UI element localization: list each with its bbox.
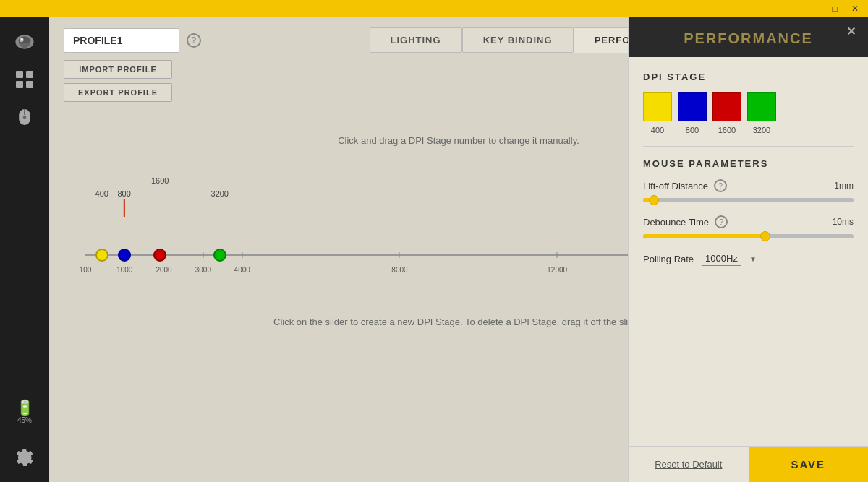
dpi-label-3200: 3200 [211,189,229,198]
svg-rect-9 [24,109,25,115]
sidebar-logo [9,26,41,58]
svg-point-3 [21,38,23,40]
dpi-dot-3200[interactable] [213,249,226,262]
right-panel-close-button[interactable]: ✕ [843,23,859,39]
debounce-slider-thumb[interactable] [760,231,770,241]
battery-icon: 🔋 [16,399,34,416]
minimize-button[interactable]: – [804,1,825,17]
dpi-stage-color-3[interactable] [712,92,741,121]
polling-dropdown-arrow: ▼ [749,255,757,263]
dpi-stage-title: DPI STAGE [643,72,854,82]
export-profile-button[interactable]: EXPORT PROFILE [64,83,172,102]
grid-icon [14,69,35,90]
sidebar-item-mouse[interactable] [9,101,41,133]
debounce-slider-fill [643,234,765,238]
dpi-label-800: 800 [117,189,130,217]
battery-level: 45% [17,416,32,424]
mouse-icon [14,107,35,127]
liftoff-label: Lift-off Distance [643,181,708,191]
dpi-dot-400[interactable] [95,249,109,262]
debounce-label-row: Debounce Time ? 10ms [643,215,854,228]
dpi-label-400: 400 [95,189,109,198]
dpi-stage-value-3: 1600 [718,126,736,134]
logo-icon [14,32,35,52]
liftoff-param-row: Lift-off Distance ? 1mm [643,179,854,202]
right-panel-header: PERFORMANCE ✕ [629,17,868,57]
svg-rect-4 [16,71,23,78]
profile-selector-wrap: PROFILE1 PROFILE2 PROFILE3 ? [64,28,201,53]
liftoff-slider[interactable] [643,198,854,202]
dpi-stage-3: 1600 [712,92,741,134]
liftoff-slider-thumb[interactable] [649,195,659,205]
tick-3000 [203,252,203,258]
scale-label-2000: 2000 [156,266,171,274]
scale-label-4000: 4000 [234,266,250,274]
dpi-stage-value-4: 3200 [753,126,770,134]
scale-label-100: 100 [80,266,92,274]
sidebar-item-grid[interactable] [9,64,41,95]
panel-body: DPI STAGE 400 800 1600 3200 MOUSE PARAME… [629,57,868,280]
title-bar: – □ ✕ [0,0,868,17]
dpi-label-1600: 1600 [151,176,169,185]
scale-label-3000: 3000 [195,266,211,274]
dpi-stage-value-1: 400 [651,126,664,134]
save-button[interactable]: SAVE [749,447,869,482]
scale-label-8000: 8000 [391,266,407,274]
liftoff-help-icon[interactable]: ? [714,179,727,192]
battery-status: 🔋 45% [16,399,34,424]
svg-rect-7 [26,81,33,88]
svg-rect-6 [16,81,23,88]
debounce-slider[interactable] [643,234,854,238]
polling-select[interactable]: 125Hz 250Hz 500Hz 1000Hz [702,251,741,266]
dpi-stage-value-2: 800 [686,126,699,134]
debounce-param-row: Debounce Time ? 10ms [643,215,854,238]
liftoff-value: 1mm [834,181,854,191]
gear-icon [14,447,35,468]
import-profile-button[interactable]: IMPORT PROFILE [64,60,172,79]
dpi-stage-4: 3200 [747,92,776,134]
tick-8000 [399,252,400,258]
debounce-value: 10ms [833,217,854,227]
maximize-button[interactable]: □ [825,1,845,17]
dpi-stage-color-2[interactable] [678,92,707,121]
right-panel-title: PERFORMANCE [684,30,813,46]
polling-label: Polling Rate [643,254,694,264]
dpi-stage-color-1[interactable] [643,92,672,121]
scale-label-12000: 12000 [547,266,567,274]
panel-footer: Reset to Default SAVE [629,446,868,482]
dpi-stage-2: 800 [678,92,707,134]
dpi-stages: 400 800 1600 3200 [643,92,854,134]
dpi-dot-800[interactable] [118,249,131,262]
profile-help-icon[interactable]: ? [187,33,201,48]
sidebar: 🔋 45% [0,17,49,482]
tab-lighting[interactable]: LIGHTING [370,27,462,53]
tab-keybinding[interactable]: KEY BINDING [462,27,574,53]
dpi-stage-1: 400 [643,92,672,134]
profile-select[interactable]: PROFILE1 PROFILE2 PROFILE3 [64,28,179,53]
debounce-help-icon[interactable]: ? [715,215,728,228]
mouse-params-title: MOUSE PARAMETERS [643,158,854,169]
sidebar-item-settings[interactable] [9,442,41,473]
svg-rect-5 [26,71,33,78]
reset-default-button[interactable]: Reset to Default [629,447,749,482]
liftoff-label-row: Lift-off Distance ? 1mm [643,179,854,192]
svg-point-10 [23,116,27,119]
close-button[interactable]: ✕ [845,1,865,17]
scale-label-1000: 1000 [116,266,132,274]
tick-12000 [557,252,558,258]
dpi-stage-color-4[interactable] [747,92,776,121]
polling-row: Polling Rate 125Hz 250Hz 500Hz 1000Hz ▼ [643,251,854,266]
dpi-dot-1600[interactable] [153,249,166,262]
debounce-label: Debounce Time [643,217,709,228]
tick-4000 [242,252,242,258]
section-divider-1 [643,146,854,147]
right-panel: PERFORMANCE ✕ DPI STAGE 400 800 1600 320… [628,17,868,482]
